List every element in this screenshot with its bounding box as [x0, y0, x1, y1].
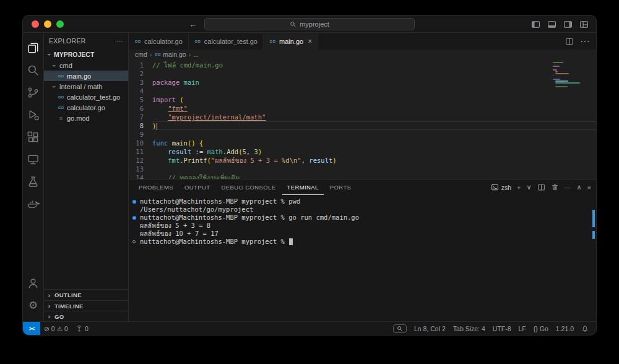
status-bar: >< ⊘ 0 ⚠ 0 0 Ln 8, Col 2 Tab Size: 4: [23, 321, 596, 335]
breadcrumb-item[interactable]: cmd: [135, 51, 147, 58]
back-icon[interactable]: ←: [189, 20, 197, 29]
customize-layout-icon[interactable]: [579, 20, 589, 29]
editor-cursor: [157, 123, 158, 130]
activity-explorer[interactable]: [23, 37, 44, 59]
remote-indicator[interactable]: ><: [23, 322, 40, 335]
toggle-panel-icon[interactable]: [547, 20, 556, 29]
code-line: 13: [129, 165, 596, 173]
activity-docker[interactable]: [23, 193, 44, 215]
panel-tab-ports[interactable]: PORTS: [325, 180, 357, 195]
command-center-search[interactable]: myproject: [204, 18, 415, 30]
toggle-sidebar-right-icon[interactable]: [563, 20, 573, 29]
toggle-sidebar-left-icon[interactable]: [531, 20, 540, 29]
zoom-indicator[interactable]: [389, 322, 410, 335]
sidebar-section-timeline[interactable]: ›TIMELINE: [44, 300, 128, 311]
bottom-panel: PROBLEMSOUTPUTDEBUG CONSOLETERMINALPORTS…: [129, 179, 596, 321]
go-version[interactable]: 1.21.0: [552, 322, 578, 335]
terminal-scrollbar[interactable]: [592, 209, 595, 332]
language-mode[interactable]: {} Go: [530, 322, 552, 335]
sidebar-section-outline[interactable]: ›OUTLINE: [44, 290, 128, 300]
terminal-text: ผลลัพธ์ของ 5 + 3 = 8: [140, 222, 210, 230]
terminal-text: nuttachot@Machintoshs-MBP myproject %: [140, 238, 288, 246]
braces-icon: {}: [534, 325, 538, 332]
tab-main.go[interactable]: GOmain.go×: [264, 33, 318, 50]
go-file-icon: GO: [194, 40, 201, 43]
section-label: GO: [54, 313, 64, 320]
panel-header: PROBLEMSOUTPUTDEBUG CONSOLETERMINALPORTS…: [129, 180, 596, 195]
ports-indicator[interactable]: 0: [72, 322, 92, 335]
code-line: 4: [129, 87, 596, 95]
tab-strip: GOcalculator.goGOcalculator_test.goGOmai…: [129, 33, 318, 50]
sidebar-section-go[interactable]: ›GO: [44, 311, 128, 321]
code-line: 7 "myproject/internal/math": [129, 113, 596, 121]
language-label: Go: [540, 325, 548, 332]
panel-tab-debug-console[interactable]: DEBUG CONSOLE: [216, 180, 280, 195]
activity-source-control[interactable]: [23, 81, 44, 103]
chevron-icon: ›: [51, 63, 58, 68]
error-icon: ⊘: [44, 325, 50, 332]
code-text: // ไฟล์ cmd/main.go: [152, 61, 596, 69]
terminal-icon: [491, 183, 499, 191]
panel-tab-output[interactable]: OUTPUT: [180, 180, 215, 195]
shell-label: zsh: [501, 184, 511, 191]
more-actions-icon[interactable]: ···: [580, 36, 590, 47]
shell-selector[interactable]: zsh: [491, 183, 511, 191]
code-editor[interactable]: 1// ไฟล์ cmd/main.go23package main45impo…: [129, 59, 596, 179]
terminal[interactable]: nuttachot@Machintoshs-MBP myproject % pw…: [129, 195, 596, 321]
tree-item[interactable]: GOcalculator.go: [44, 102, 128, 113]
notifications[interactable]: [578, 322, 592, 335]
breadcrumb-item[interactable]: GOmain.go: [154, 51, 186, 58]
line-number: 3: [129, 78, 152, 87]
more-actions-icon[interactable]: ···: [116, 37, 123, 45]
chevron-down-icon[interactable]: ∨: [526, 183, 531, 191]
minimap[interactable]: [553, 62, 592, 88]
zoom-window-button[interactable]: [56, 20, 64, 28]
chevron-right-icon: ›: [46, 302, 52, 310]
code-line: 6 "fmt": [129, 104, 596, 113]
maximize-panel-icon[interactable]: ∧: [577, 183, 582, 191]
radio-tower-icon: [76, 325, 83, 332]
tree-item[interactable]: GOmain.go: [44, 71, 128, 81]
encoding[interactable]: UTF-8: [489, 322, 515, 335]
indentation[interactable]: Tab Size: 4: [449, 322, 489, 335]
tree-item[interactable]: GOcalculator_test.go: [44, 92, 128, 102]
minimap-line: [553, 62, 563, 63]
project-root-row[interactable]: › MYPROJECT: [44, 49, 128, 60]
more-actions-icon[interactable]: ···: [565, 184, 571, 191]
tree-item[interactable]: ›cmd: [44, 60, 128, 71]
panel-tab-terminal[interactable]: TERMINAL: [282, 180, 324, 195]
activity-testing[interactable]: [23, 170, 44, 193]
breadcrumb-item[interactable]: ...: [193, 51, 199, 58]
activity-remote-explorer[interactable]: [23, 148, 44, 170]
traffic-lights: [32, 20, 64, 28]
minimize-window-button[interactable]: [44, 20, 51, 28]
activity-search[interactable]: [23, 59, 44, 81]
chevron-right-icon: ›: [46, 313, 52, 320]
tab-calculator_test.go[interactable]: GOcalculator_test.go: [189, 33, 264, 50]
terminal-line: ผลลัพธ์ของ 5 + 3 = 8: [132, 222, 596, 230]
activity-settings[interactable]: ⚙: [23, 294, 44, 316]
remote-explorer-icon: [27, 153, 40, 166]
cursor-position[interactable]: Ln 8, Col 2: [410, 322, 449, 335]
activity-extensions[interactable]: [23, 126, 44, 148]
panel-tab-problems[interactable]: PROBLEMS: [134, 180, 178, 195]
problems-indicator[interactable]: ⊘ 0 ⚠ 0: [40, 322, 72, 335]
split-terminal-icon[interactable]: [537, 183, 545, 191]
mod-file-icon: ≡: [58, 115, 64, 121]
code-text: result := math.Add(5, 3): [152, 147, 596, 156]
activity-run-debug[interactable]: [23, 103, 44, 126]
close-icon[interactable]: ×: [308, 37, 312, 46]
section-label: TIMELINE: [54, 303, 84, 310]
scrollbar-thumb[interactable]: [592, 210, 595, 227]
trash-icon[interactable]: [551, 183, 559, 191]
tree-item[interactable]: ≡go.mod: [44, 113, 128, 123]
close-window-button[interactable]: [32, 20, 39, 28]
tab-calculator.go[interactable]: GOcalculator.go: [129, 33, 189, 50]
activity-account[interactable]: [23, 272, 44, 294]
close-panel-icon[interactable]: ×: [587, 184, 591, 191]
new-terminal-icon[interactable]: +: [517, 184, 521, 191]
split-editor-icon[interactable]: [565, 37, 574, 46]
eol-selector[interactable]: LF: [515, 322, 530, 335]
tree-item[interactable]: ›internal / math: [44, 81, 128, 92]
go-file-icon: GO: [58, 95, 64, 99]
